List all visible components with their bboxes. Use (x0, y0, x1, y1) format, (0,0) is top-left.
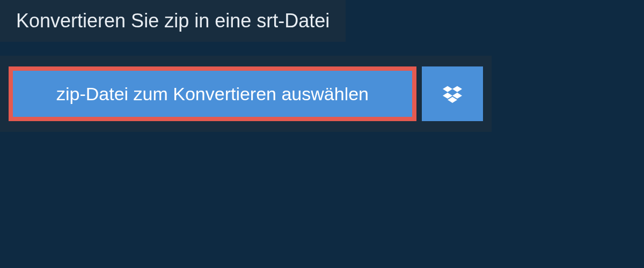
upload-panel: zip-Datei zum Konvertieren auswählen (0, 56, 492, 132)
header-bar: Konvertieren Sie zip in eine srt-Datei (0, 0, 346, 42)
select-file-label: zip-Datei zum Konvertieren auswählen (56, 84, 369, 105)
page-title: Konvertieren Sie zip in eine srt-Datei (16, 10, 330, 32)
dropbox-icon (443, 84, 462, 103)
dropbox-button[interactable] (422, 66, 483, 121)
select-file-button[interactable]: zip-Datei zum Konvertieren auswählen (9, 66, 416, 121)
